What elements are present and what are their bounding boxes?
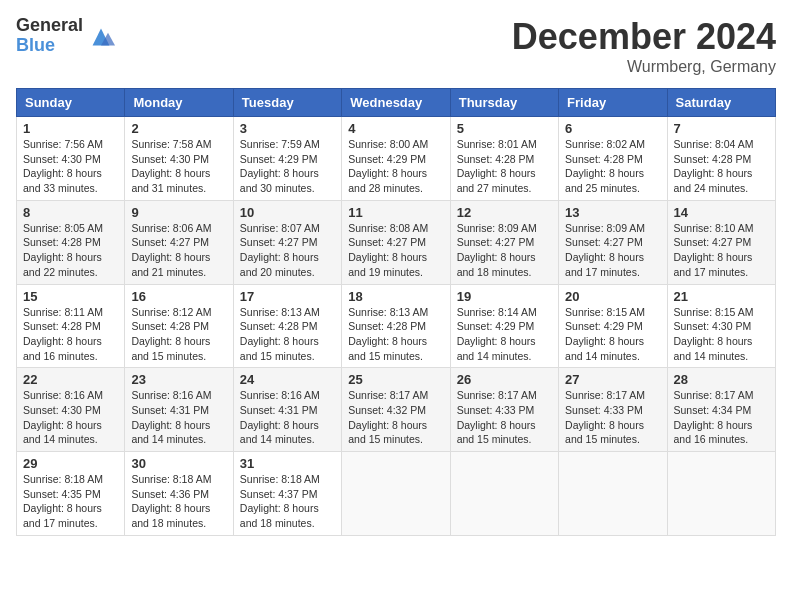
day-31: 31 Sunrise: 8:18 AMSunset: 4:37 PMDaylig… bbox=[233, 452, 341, 536]
day-18: 18 Sunrise: 8:13 AMSunset: 4:28 PMDaylig… bbox=[342, 284, 450, 368]
day-29: 29 Sunrise: 8:18 AMSunset: 4:35 PMDaylig… bbox=[17, 452, 125, 536]
day-4: 4 Sunrise: 8:00 AMSunset: 4:29 PMDayligh… bbox=[342, 117, 450, 201]
day-2: 2 Sunrise: 7:58 AMSunset: 4:30 PMDayligh… bbox=[125, 117, 233, 201]
day-30: 30 Sunrise: 8:18 AMSunset: 4:36 PMDaylig… bbox=[125, 452, 233, 536]
location: Wurmberg, Germany bbox=[512, 58, 776, 76]
day-7: 7 Sunrise: 8:04 AMSunset: 4:28 PMDayligh… bbox=[667, 117, 775, 201]
header-thursday: Thursday bbox=[450, 89, 558, 117]
header-friday: Friday bbox=[559, 89, 667, 117]
logo-general-text: General bbox=[16, 16, 83, 36]
table-row: 1 Sunrise: 7:56 AMSunset: 4:30 PMDayligh… bbox=[17, 117, 776, 201]
day-13: 13 Sunrise: 8:09 AMSunset: 4:27 PMDaylig… bbox=[559, 200, 667, 284]
table-row: 8 Sunrise: 8:05 AMSunset: 4:28 PMDayligh… bbox=[17, 200, 776, 284]
day-26: 26 Sunrise: 8:17 AMSunset: 4:33 PMDaylig… bbox=[450, 368, 558, 452]
day-11: 11 Sunrise: 8:08 AMSunset: 4:27 PMDaylig… bbox=[342, 200, 450, 284]
day-21: 21 Sunrise: 8:15 AMSunset: 4:30 PMDaylig… bbox=[667, 284, 775, 368]
title-block: December 2024 Wurmberg, Germany bbox=[512, 16, 776, 76]
page-header: General Blue December 2024 Wurmberg, Ger… bbox=[16, 16, 776, 76]
day-10: 10 Sunrise: 8:07 AMSunset: 4:27 PMDaylig… bbox=[233, 200, 341, 284]
day-1: 1 Sunrise: 7:56 AMSunset: 4:30 PMDayligh… bbox=[17, 117, 125, 201]
header-saturday: Saturday bbox=[667, 89, 775, 117]
logo-blue-text: Blue bbox=[16, 36, 83, 56]
day-22: 22 Sunrise: 8:16 AMSunset: 4:30 PMDaylig… bbox=[17, 368, 125, 452]
day-16: 16 Sunrise: 8:12 AMSunset: 4:28 PMDaylig… bbox=[125, 284, 233, 368]
day-28: 28 Sunrise: 8:17 AMSunset: 4:34 PMDaylig… bbox=[667, 368, 775, 452]
empty-cell bbox=[667, 452, 775, 536]
day-19: 19 Sunrise: 8:14 AMSunset: 4:29 PMDaylig… bbox=[450, 284, 558, 368]
header-monday: Monday bbox=[125, 89, 233, 117]
logo-icon bbox=[87, 23, 115, 51]
day-9: 9 Sunrise: 8:06 AMSunset: 4:27 PMDayligh… bbox=[125, 200, 233, 284]
calendar-table: Sunday Monday Tuesday Wednesday Thursday… bbox=[16, 88, 776, 536]
table-row: 15 Sunrise: 8:11 AMSunset: 4:28 PMDaylig… bbox=[17, 284, 776, 368]
header-tuesday: Tuesday bbox=[233, 89, 341, 117]
calendar-header-row: Sunday Monday Tuesday Wednesday Thursday… bbox=[17, 89, 776, 117]
day-25: 25 Sunrise: 8:17 AMSunset: 4:32 PMDaylig… bbox=[342, 368, 450, 452]
day-14: 14 Sunrise: 8:10 AMSunset: 4:27 PMDaylig… bbox=[667, 200, 775, 284]
month-title: December 2024 bbox=[512, 16, 776, 58]
day-8: 8 Sunrise: 8:05 AMSunset: 4:28 PMDayligh… bbox=[17, 200, 125, 284]
header-sunday: Sunday bbox=[17, 89, 125, 117]
day-27: 27 Sunrise: 8:17 AMSunset: 4:33 PMDaylig… bbox=[559, 368, 667, 452]
day-3: 3 Sunrise: 7:59 AMSunset: 4:29 PMDayligh… bbox=[233, 117, 341, 201]
day-23: 23 Sunrise: 8:16 AMSunset: 4:31 PMDaylig… bbox=[125, 368, 233, 452]
logo: General Blue bbox=[16, 16, 115, 56]
day-15: 15 Sunrise: 8:11 AMSunset: 4:28 PMDaylig… bbox=[17, 284, 125, 368]
day-17: 17 Sunrise: 8:13 AMSunset: 4:28 PMDaylig… bbox=[233, 284, 341, 368]
day-5: 5 Sunrise: 8:01 AMSunset: 4:28 PMDayligh… bbox=[450, 117, 558, 201]
day-24: 24 Sunrise: 8:16 AMSunset: 4:31 PMDaylig… bbox=[233, 368, 341, 452]
empty-cell bbox=[450, 452, 558, 536]
empty-cell bbox=[342, 452, 450, 536]
table-row: 22 Sunrise: 8:16 AMSunset: 4:30 PMDaylig… bbox=[17, 368, 776, 452]
day-12: 12 Sunrise: 8:09 AMSunset: 4:27 PMDaylig… bbox=[450, 200, 558, 284]
header-wednesday: Wednesday bbox=[342, 89, 450, 117]
day-20: 20 Sunrise: 8:15 AMSunset: 4:29 PMDaylig… bbox=[559, 284, 667, 368]
day-6: 6 Sunrise: 8:02 AMSunset: 4:28 PMDayligh… bbox=[559, 117, 667, 201]
table-row: 29 Sunrise: 8:18 AMSunset: 4:35 PMDaylig… bbox=[17, 452, 776, 536]
empty-cell bbox=[559, 452, 667, 536]
